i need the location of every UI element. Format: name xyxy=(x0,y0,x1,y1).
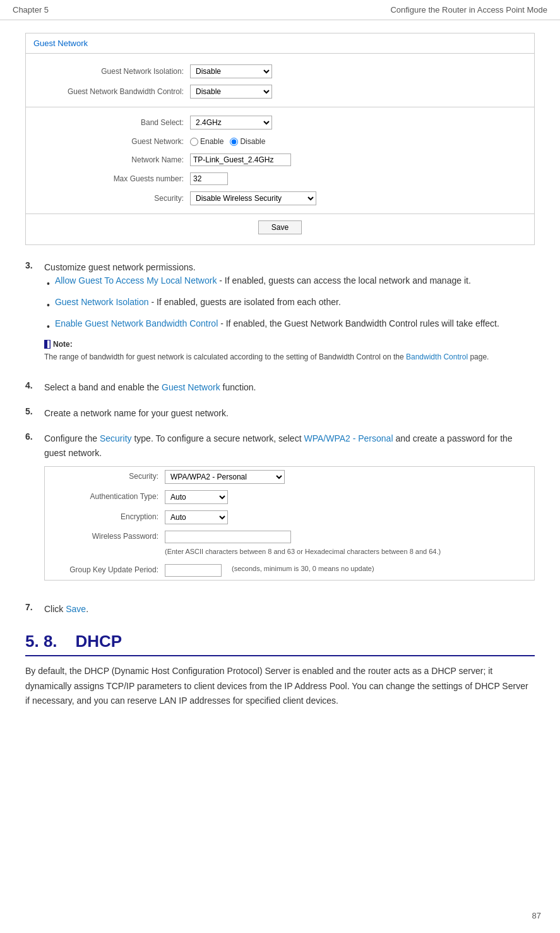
bullet-3-link: Enable Guest Network Bandwidth Control xyxy=(55,318,218,328)
max-guests-input[interactable] xyxy=(190,172,228,185)
max-guests-label: Max Guests number: xyxy=(39,174,190,183)
step3-header: Customize guest network permissions. xyxy=(44,260,535,274)
save-row: Save xyxy=(26,214,534,237)
bullet-1-text: Allow Guest To Access My Local Network -… xyxy=(55,274,471,291)
sec-auth-select[interactable]: Auto WPA WPA2 xyxy=(165,490,228,504)
page-header: Chapter 5 Configure the Router in Access… xyxy=(0,0,560,20)
radio-disable[interactable] xyxy=(230,138,238,146)
network-name-label: Network Name: xyxy=(39,155,190,164)
step6-text2: type. To configure a secure network, sel… xyxy=(132,433,304,443)
router-box-body: Guest Network Isolation: Disable Enable … xyxy=(26,54,534,244)
bullet-1-link: Allow Guest To Access My Local Network xyxy=(55,275,217,286)
security-row: Security: Disable Wireless Security WPA/… xyxy=(26,188,534,208)
sec-groupkey-label: Group Key Update Period: xyxy=(51,564,165,576)
main-content: Guest Network Guest Network Isolation: D… xyxy=(0,20,560,734)
step5-row: 5. Create a network name for your guest … xyxy=(25,406,535,420)
step7-row: 7. Click Save. xyxy=(25,602,535,616)
sec-auth-row: Authentication Type: Auto WPA WPA2 xyxy=(45,487,534,507)
note-title: ▐ Note: xyxy=(44,339,535,350)
bullet-3-text: Enable Guest Network Bandwidth Control -… xyxy=(55,317,499,334)
sec-security-control: WPA/WPA2 - Personal Disable Wireless Sec… xyxy=(165,470,285,484)
note-text2: page. xyxy=(468,352,489,361)
section-intro: By default, the DHCP (Dynamic Host Confi… xyxy=(25,664,535,709)
step3-body: Customize guest network permissions. • A… xyxy=(44,260,535,369)
sec-password-input[interactable] xyxy=(165,531,291,543)
network-name-row: Network Name: xyxy=(26,150,534,169)
step7-body: Click Save. xyxy=(44,602,535,616)
step6-link2: WPA/WPA2 - Personal xyxy=(304,433,393,443)
isolation-select[interactable]: Disable Enable xyxy=(190,64,272,78)
bullet-2-rest: - If enabled, guests are isolated from e… xyxy=(149,297,341,307)
save-button-1[interactable]: Save xyxy=(258,220,302,234)
sec-security-label: Security: xyxy=(51,471,165,483)
step6-row: 6. Configure the Security type. To confi… xyxy=(25,431,535,591)
bandwidth-select[interactable]: Disable Enable xyxy=(190,85,272,99)
step6-body: Configure the Security type. To configur… xyxy=(44,431,535,591)
bullet-dot-1: • xyxy=(47,277,50,291)
sec-encryption-select[interactable]: Auto TKIP AES xyxy=(165,510,228,524)
section-heading: 5. 8. DHCP xyxy=(25,632,535,656)
sec-auth-control: Auto WPA WPA2 xyxy=(165,490,228,504)
step3-bullet-list: • Allow Guest To Access My Local Network… xyxy=(47,274,535,334)
band-label: Band Select: xyxy=(39,118,190,127)
step4-num: 4. xyxy=(25,380,38,390)
bullet-2-link: Guest Network Isolation xyxy=(55,297,149,307)
guest-network-row: Guest Network: Enable Disable xyxy=(26,133,534,150)
step5-text: Create a network name for your guest net… xyxy=(44,408,229,418)
divider1 xyxy=(26,107,534,107)
radio-enable-label[interactable]: Enable xyxy=(190,137,223,146)
step6-text: Configure the xyxy=(44,433,100,443)
chapter-label: Chapter 5 xyxy=(13,5,49,15)
step7-text2: . xyxy=(86,604,88,614)
band-row: Band Select: 2.4GHz 5GHz xyxy=(26,112,534,133)
guest-network-box: Guest Network Guest Network Isolation: D… xyxy=(25,33,535,245)
guest-network-radio-group: Enable Disable xyxy=(190,137,265,146)
radio-enable[interactable] xyxy=(190,138,198,146)
step5-num: 5. xyxy=(25,406,38,416)
step5: 5. Create a network name for your guest … xyxy=(25,406,535,420)
page-number: 87 xyxy=(532,911,541,920)
sec-password-note: (Enter ASCII characters between 8 and 63… xyxy=(158,546,534,560)
radio-disable-label[interactable]: Disable xyxy=(230,137,265,146)
bullet-3: • Enable Guest Network Bandwidth Control… xyxy=(47,317,535,334)
step3-row: 3. Customize guest network permissions. … xyxy=(25,260,535,369)
guest-network-label: Guest Network: xyxy=(39,137,190,146)
step4-body: Select a band and enable the Guest Netwo… xyxy=(44,380,535,394)
guest-network-title: Guest Network xyxy=(26,33,534,54)
sec-encryption-row: Encryption: Auto TKIP AES xyxy=(45,507,534,527)
network-name-input[interactable] xyxy=(190,153,291,166)
band-select[interactable]: 2.4GHz 5GHz xyxy=(190,116,272,129)
radio-enable-text: Enable xyxy=(200,137,223,146)
sec-password-label: Wireless Password: xyxy=(51,531,165,543)
sec-groupkey-note: (seconds, minimum is 30, 0 means no upda… xyxy=(225,563,381,577)
step7-link: Save xyxy=(66,604,86,614)
sec-groupkey-input[interactable] xyxy=(165,564,222,577)
sec-password-control xyxy=(165,531,291,543)
step7-num: 7. xyxy=(25,602,38,612)
max-guests-row: Max Guests number: xyxy=(26,169,534,188)
step7: 7. Click Save. xyxy=(25,602,535,616)
security-control: Disable Wireless Security WPA/WPA2 - Per… xyxy=(190,191,316,205)
note-icon: ▐ xyxy=(44,340,51,349)
max-guests-control xyxy=(190,172,228,185)
step4-text2: function. xyxy=(220,382,256,392)
bullet-3-rest: - If enabled, the Guest Network Bandwidt… xyxy=(218,318,499,328)
step3-num: 3. xyxy=(25,260,38,270)
security-select[interactable]: Disable Wireless Security WPA/WPA2 - Per… xyxy=(190,191,316,205)
bullet-dot-2: • xyxy=(47,299,50,312)
section-label: Configure the Router in Access Point Mod… xyxy=(390,5,547,15)
bullet-2-text: Guest Network Isolation - If enabled, gu… xyxy=(55,296,341,312)
bandwidth-control: Disable Enable xyxy=(190,85,272,99)
step4-text: Select a band and enable the xyxy=(44,382,162,392)
step4: 4. Select a band and enable the Guest Ne… xyxy=(25,380,535,394)
step6-num: 6. xyxy=(25,431,38,442)
radio-disable-text: Disable xyxy=(240,137,265,146)
sec-password-row: Wireless Password: xyxy=(45,527,534,546)
bandwidth-row: Guest Network Bandwidth Control: Disable… xyxy=(26,81,534,102)
note-link[interactable]: Bandwidth Control xyxy=(406,352,468,361)
step6: 6. Configure the Security type. To confi… xyxy=(25,431,535,591)
bullet-2: • Guest Network Isolation - If enabled, … xyxy=(47,296,535,312)
sec-security-select[interactable]: WPA/WPA2 - Personal Disable Wireless Sec… xyxy=(165,470,285,484)
bullet-1-rest: - If enabled, guests can access the loca… xyxy=(217,275,470,286)
sec-groupkey-row: Group Key Update Period: (seconds, minim… xyxy=(45,560,534,581)
